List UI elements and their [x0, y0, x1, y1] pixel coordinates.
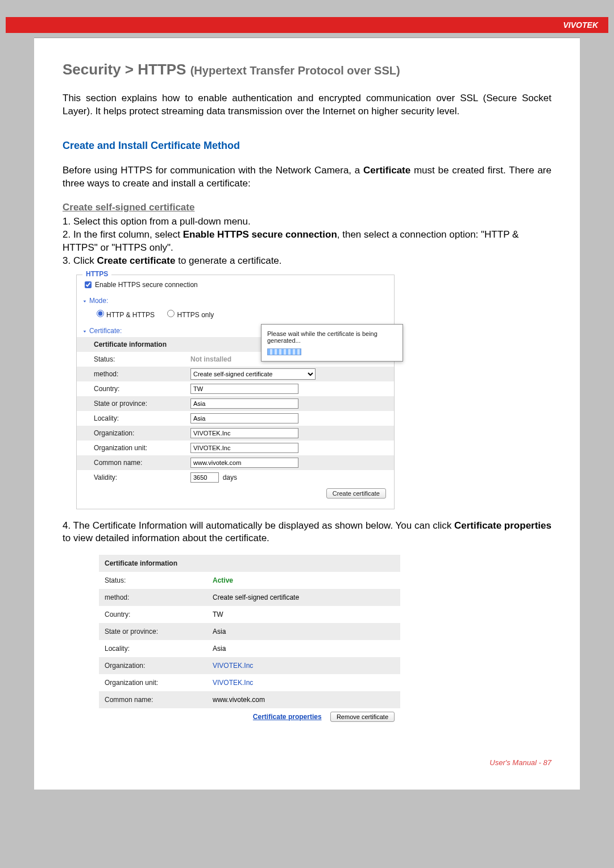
unit2-value: VIVOTEK.Inc: [213, 679, 253, 687]
row2-locality: Locality: Asia: [99, 640, 400, 657]
step4-b: to view detailed information about the c…: [63, 533, 269, 543]
step2-bold: Enable HTTPS secure connection: [183, 229, 337, 240]
step3-bold: Create certificate: [97, 255, 175, 266]
row2-common-name: Common name: www.vivotek.com: [99, 691, 400, 708]
state2-value: Asia: [213, 628, 226, 636]
method2-label: method:: [105, 593, 213, 601]
https-config-panel: HTTPS Enable HTTPS secure connection Mod…: [76, 275, 395, 509]
step3-a: 3. Click: [63, 255, 97, 266]
method-label: method:: [94, 370, 190, 378]
cert-info-table-2: Certificate information Status: Active m…: [99, 555, 400, 708]
org2-label: Organization:: [105, 662, 213, 670]
overlay-text: Please wait while the certificate is bei…: [267, 330, 397, 344]
before-text-a: Before using HTTPS for communication wit…: [63, 165, 363, 176]
country2-value: TW: [213, 610, 223, 618]
validity-input[interactable]: [190, 472, 219, 483]
locality-label: Locality:: [94, 414, 190, 422]
row-org-unit: Organization unit:: [77, 441, 394, 455]
enable-https-row: Enable HTTPS secure connection: [77, 277, 394, 292]
row2-state: State or province: Asia: [99, 623, 400, 640]
progress-bar: [267, 348, 301, 355]
validity-label: Validity:: [94, 474, 190, 481]
unit-label: Organization unit:: [94, 444, 190, 452]
row2-status: Status: Active: [99, 572, 400, 589]
brand-bar-wrapper: VIVOTEK: [34, 17, 580, 38]
unit-input[interactable]: [190, 443, 298, 453]
country-input[interactable]: [190, 384, 298, 394]
row2-country: Country: TW: [99, 606, 400, 623]
org2-value: VIVOTEK.Inc: [213, 662, 253, 670]
method-value: Create self-signed certificate: [190, 368, 316, 380]
intro-paragraph: This section explains how to enable auth…: [63, 92, 551, 118]
mode-opt-http-https[interactable]: HTTP & HTTPS: [94, 311, 155, 319]
section-heading: Create and Install Certificate Method: [63, 140, 551, 152]
generating-overlay: Please wait while the certificate is bei…: [261, 324, 403, 362]
enable-https-label: Enable HTTPS secure connection: [95, 281, 198, 289]
title-sub: (Hypertext Transfer Protocol over SSL): [190, 64, 400, 77]
cert-info-header-2: Certificate information: [99, 555, 400, 572]
enable-https-checkbox[interactable]: [85, 281, 92, 288]
locality2-label: Locality:: [105, 645, 213, 653]
row-validity: Validity: days: [77, 470, 394, 485]
mode-radio-1[interactable]: [97, 310, 104, 317]
step4-a: 4. The Certificate Information will auto…: [63, 520, 454, 531]
locality2-value: Asia: [213, 645, 226, 653]
cn-input[interactable]: [190, 458, 298, 468]
country-label: Country:: [94, 385, 190, 393]
org-input[interactable]: [190, 428, 298, 438]
title-main: Security > HTTPS: [63, 61, 190, 78]
cn2-value: www.vivotek.com: [213, 696, 265, 704]
mode-opt2-label: HTTPS only: [177, 311, 214, 319]
status2-value: Active: [213, 576, 233, 584]
step4-bold: Certificate properties: [454, 520, 551, 531]
mode-options: HTTP & HTTPS HTTPS only: [77, 307, 394, 322]
row2-org-unit: Organization unit: VIVOTEK.Inc: [99, 674, 400, 691]
before-paragraph: Before using HTTPS for communication wit…: [63, 164, 551, 190]
method2-value: Create self-signed certificate: [213, 593, 299, 601]
country2-label: Country:: [105, 610, 213, 618]
status2-label: Status:: [105, 576, 213, 584]
page-title: Security > HTTPS (Hypertext Transfer Pro…: [63, 61, 551, 78]
state-input[interactable]: [190, 398, 298, 409]
status-value: Not installed: [190, 355, 231, 363]
mode-radio-2[interactable]: [167, 310, 175, 317]
cert-info-panel: Certificate information Status: Active m…: [99, 555, 400, 725]
state2-label: State or province:: [105, 628, 213, 636]
method-select[interactable]: Create self-signed certificate: [190, 368, 316, 380]
fieldset-legend: HTTPS: [82, 270, 111, 278]
certificate-properties-link[interactable]: Certificate properties: [253, 713, 322, 721]
row-common-name: Common name:: [77, 455, 394, 470]
locality-input[interactable]: [190, 413, 298, 423]
row-method: method: Create self-signed certificate: [77, 367, 394, 381]
state-label: State or province:: [94, 400, 190, 408]
mode-opt-https-only[interactable]: HTTPS only: [164, 311, 214, 319]
step-3: 3. Click Create certificate to generate …: [63, 255, 551, 268]
mode-section-label[interactable]: Mode:: [77, 292, 394, 307]
create-certificate-button[interactable]: Create certificate: [326, 488, 386, 499]
page-footer: User's Manual - 87: [63, 758, 551, 767]
cert-info-header-label: Certificate information: [94, 340, 190, 348]
before-bold: Certificate: [363, 165, 410, 176]
brand-bar: VIVOTEK: [6, 17, 608, 33]
row2-organization: Organization: VIVOTEK.Inc: [99, 657, 400, 674]
cn2-label: Common name:: [105, 696, 213, 704]
document-page: VIVOTEK Security > HTTPS (Hypertext Tran…: [34, 17, 580, 790]
step-4: 4. The Certificate Information will auto…: [63, 520, 551, 546]
org-label: Organization:: [94, 429, 190, 437]
cert-actions-row: Certificate properties Remove certificat…: [99, 708, 400, 725]
cert-info-header-2-label: Certificate information: [105, 559, 213, 567]
row-organization: Organization:: [77, 426, 394, 441]
remove-certificate-button[interactable]: Remove certificate: [330, 712, 395, 722]
step3-b: to generate a certificate.: [175, 255, 281, 266]
subhead-self-signed: Create self-signed certificate: [63, 202, 551, 213]
step-2: 2. In the first column, select Enable HT…: [63, 229, 551, 255]
cn-label: Common name:: [94, 459, 190, 467]
row-state: State or province:: [77, 396, 394, 411]
row-country: Country:: [77, 381, 394, 396]
status-label: Status:: [94, 355, 190, 363]
row-locality: Locality:: [77, 411, 394, 426]
create-button-row: Create certificate: [77, 485, 394, 499]
step2-a: 2. In the first column, select: [63, 229, 183, 240]
unit2-label: Organization unit:: [105, 679, 213, 687]
validity-unit: days: [223, 474, 237, 481]
